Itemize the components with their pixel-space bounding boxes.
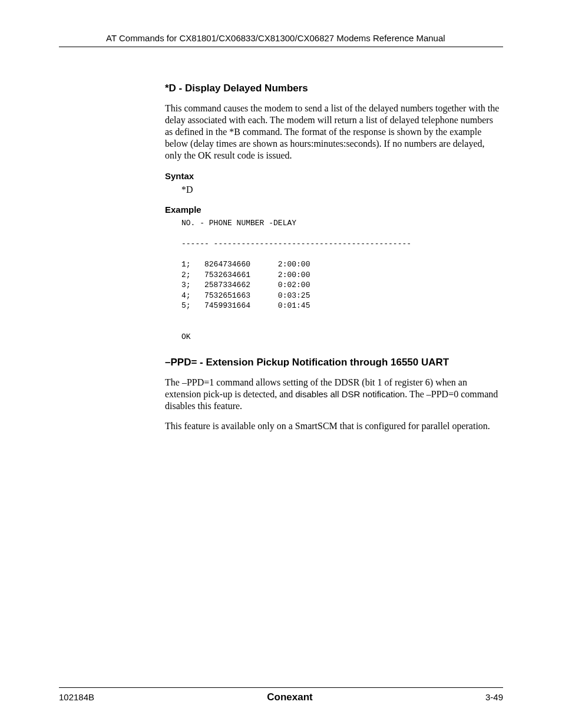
ppd-disable-dsr: disables all DSR notification <box>295 389 405 399</box>
running-header: AT Commands for CX81801/CX06833/CX81300/… <box>59 33 503 47</box>
section-heading-ppd: –PPD= - Extension Pickup Notification th… <box>165 357 503 368</box>
page-footer: 102184B Conexant 3-49 <box>59 687 503 703</box>
footer-brand: Conexant <box>267 691 312 703</box>
ppd-para1: The –PPD=1 command allows setting of the… <box>165 377 503 412</box>
page: AT Commands for CX81801/CX06833/CX81300/… <box>0 0 562 728</box>
example-heading: Example <box>165 205 503 215</box>
footer-doc-id: 102184B <box>59 692 94 702</box>
syntax-heading: Syntax <box>165 171 503 181</box>
syntax-value: *D <box>181 185 503 195</box>
main-content: *D - Display Delayed Numbers This comman… <box>165 83 503 432</box>
section-d-description: This command causes the modem to send a … <box>165 103 503 162</box>
example-block: NO. - PHONE NUMBER -DELAY ------ -------… <box>181 218 503 342</box>
section-heading-d: *D - Display Delayed Numbers <box>165 83 503 94</box>
ppd-para2: This feature is available only on a Smar… <box>165 420 503 432</box>
footer-page-number: 3-49 <box>485 692 503 702</box>
